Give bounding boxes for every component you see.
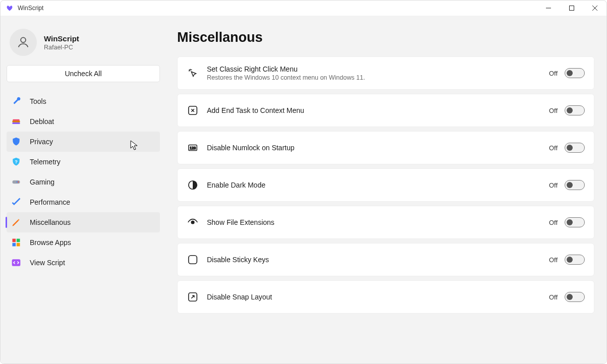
sidebar-item-miscellanous[interactable]: Miscellanous: [7, 212, 160, 232]
svg-rect-12: [13, 239, 16, 242]
toggle-state: Off: [549, 181, 558, 189]
toggle-switch[interactable]: [565, 255, 585, 265]
setting-title: Disable Numlock on Startup: [207, 144, 549, 152]
title-bar: WinScript: [1, 1, 606, 16]
setting-title: Enable Dark Mode: [207, 181, 549, 189]
check-icon: [11, 197, 22, 208]
svg-point-4: [21, 37, 26, 42]
pencil-icon: [11, 217, 22, 228]
svg-rect-7: [13, 119, 19, 121]
books-icon: [11, 116, 22, 127]
toggle-state: Off: [549, 219, 558, 226]
setting-title: Set Classic Right Click Menu: [207, 65, 549, 73]
svg-point-10: [18, 181, 19, 183]
close-button[interactable]: [583, 1, 606, 16]
contrast-icon: [187, 179, 199, 191]
setting-title: Add End Task to Context Menu: [207, 106, 549, 114]
sidebar-item-label: Gaming: [30, 178, 54, 186]
svg-rect-22: [189, 256, 197, 264]
eye-icon: [187, 216, 199, 228]
cursor-click-icon: [187, 67, 199, 79]
page-title: Miscellanous: [177, 30, 594, 45]
svg-rect-14: [13, 243, 16, 247]
sidebar-item-label: Debloat: [30, 117, 54, 126]
setting-row-dark-mode: Enable Dark Mode Off: [177, 168, 594, 202]
sidebar-item-browseapps[interactable]: Browse Apps: [7, 232, 160, 253]
setting-row-numlock: 123 Disable Numlock on Startup Off: [177, 131, 594, 164]
svg-rect-1: [570, 6, 574, 11]
svg-rect-6: [13, 123, 20, 124]
uncheck-all-button[interactable]: Uncheck All: [7, 65, 160, 82]
sidebar-item-debloat[interactable]: Debloat: [7, 111, 160, 132]
window-controls: [537, 1, 606, 16]
profile-sub: Rafael-PC: [44, 44, 79, 51]
toggle-switch[interactable]: [565, 105, 585, 115]
sidebar-item-gaming[interactable]: Gaming: [7, 172, 160, 192]
toggle-switch[interactable]: [565, 143, 585, 153]
key-square-icon: [187, 254, 199, 266]
sidebar-item-viewscript[interactable]: View Script: [7, 253, 160, 273]
keyboard-icon: 123: [187, 142, 199, 154]
window-title: WinScript: [18, 5, 537, 12]
code-icon: [11, 257, 22, 268]
svg-rect-5: [13, 120, 20, 122]
maximize-button[interactable]: [560, 1, 583, 16]
avatar: [10, 29, 37, 56]
sidebar: WinScript Rafael-PC Uncheck All Tools De…: [4, 19, 165, 360]
toggle-state: Off: [549, 107, 558, 114]
toggle-switch[interactable]: [565, 217, 585, 227]
setting-title: Show File Extensions: [207, 218, 549, 226]
setting-title: Disable Sticky Keys: [207, 256, 549, 264]
sidebar-item-label: Miscellanous: [30, 218, 71, 226]
grid-icon: [11, 237, 22, 248]
toggle-state: Off: [549, 256, 558, 264]
toggle-switch[interactable]: [565, 292, 585, 302]
sidebar-item-label: Telemetry: [30, 158, 61, 166]
setting-row-classic-menu: Set Classic Right Click Menu Restores th…: [177, 56, 594, 90]
minimize-button[interactable]: [537, 1, 560, 16]
toggle-state: Off: [549, 70, 558, 77]
sidebar-item-telemetry[interactable]: ? Telemetry: [7, 152, 160, 172]
sidebar-item-label: View Script: [30, 259, 65, 267]
svg-rect-13: [17, 239, 20, 242]
shield-question-icon: ?: [11, 156, 22, 167]
wrench-icon: [11, 96, 22, 107]
setting-row-file-ext: Show File Extensions Off: [177, 206, 594, 239]
svg-text:?: ?: [15, 159, 18, 164]
nav: Tools Debloat Privacy ? Telemetry Gaming…: [7, 91, 160, 273]
layout-expand-icon: [187, 291, 199, 303]
x-square-icon: [187, 104, 199, 116]
sidebar-item-privacy[interactable]: Privacy: [7, 132, 160, 152]
sidebar-item-performance[interactable]: Performance: [7, 192, 160, 212]
toggle-switch[interactable]: [565, 180, 585, 190]
sidebar-item-label: Tools: [30, 97, 46, 105]
svg-point-11: [17, 181, 18, 183]
setting-row-end-task: Add End Task to Context Menu Off: [177, 94, 594, 127]
main: Miscellanous Set Classic Right Click Men…: [165, 19, 603, 360]
setting-row-sticky-keys: Disable Sticky Keys Off: [177, 243, 594, 276]
shield-icon: [11, 136, 22, 147]
profile-block: WinScript Rafael-PC: [7, 24, 160, 65]
svg-rect-15: [17, 243, 20, 247]
sidebar-item-label: Privacy: [30, 138, 53, 146]
profile-name: WinScript: [44, 34, 79, 43]
sidebar-item-tools[interactable]: Tools: [7, 91, 160, 111]
svg-point-21: [191, 221, 194, 224]
app-icon: [6, 4, 14, 12]
setting-title: Disable Snap Layout: [207, 293, 549, 301]
toggle-state: Off: [549, 293, 558, 301]
setting-row-snap-layout: Disable Snap Layout Off: [177, 280, 594, 314]
gamepad-icon: [11, 176, 22, 188]
toggle-switch[interactable]: [565, 68, 585, 78]
svg-text:123: 123: [190, 146, 196, 150]
sidebar-item-label: Browse Apps: [30, 238, 71, 247]
sidebar-item-label: Performance: [30, 198, 70, 206]
toggle-state: Off: [549, 144, 558, 152]
setting-desc: Restores the Windows 10 context menu on …: [207, 74, 549, 81]
